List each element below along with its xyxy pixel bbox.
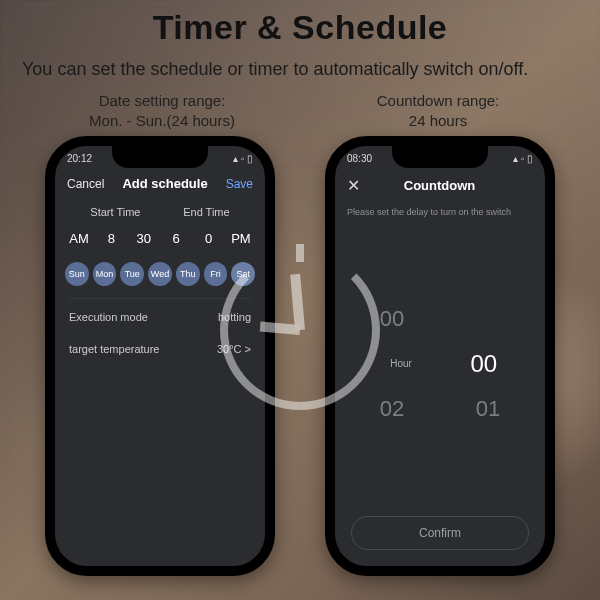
picker-start-hour[interactable]: 8 <box>101 231 121 246</box>
confirm-button[interactable]: Confirm <box>351 516 529 550</box>
exec-mode-label: Execution mode <box>69 311 148 323</box>
hour-unit: Hour <box>390 358 412 369</box>
status-icons: ▴ ◦ ▯ <box>233 153 253 164</box>
day-mon[interactable]: Mon <box>93 262 117 286</box>
caption-right-l2: 24 hours <box>311 111 565 131</box>
phone-captions: Date setting range: Mon. - Sun.(24 hours… <box>0 91 600 136</box>
picker-pm[interactable]: PM <box>231 231 251 246</box>
caption-left: Date setting range: Mon. - Sun.(24 hours… <box>35 91 289 130</box>
close-icon[interactable]: ✕ <box>347 176 360 195</box>
cd-min[interactable]: 00 <box>460 350 508 378</box>
day-wed[interactable]: Wed <box>148 262 172 286</box>
screen-title: Countdown <box>404 178 475 193</box>
save-button[interactable]: Save <box>226 177 253 191</box>
countdown-hint: Please set the delay to turn on the swit… <box>335 203 545 223</box>
start-time-label: Start Time <box>90 206 140 218</box>
end-time-label: End Time <box>183 206 229 218</box>
picker-am[interactable]: AM <box>69 231 89 246</box>
divider <box>69 298 251 299</box>
cd-hour[interactable]: 01 <box>325 350 340 378</box>
day-selector: Sun Mon Tue Wed Thu Fri Sat <box>55 252 265 296</box>
phone-countdown: 08:30 ▴ ◦ ▯ ✕ Countdown Please set the d… <box>325 136 555 576</box>
status-time: 08:30 <box>347 153 372 164</box>
caption-left-l1: Date setting range: <box>35 91 289 111</box>
picker-end-hour[interactable]: 6 <box>166 231 186 246</box>
day-fri[interactable]: Fri <box>204 262 228 286</box>
caption-right: Countdown range: 24 hours <box>311 91 565 130</box>
phone-schedule: 20:12 ▴ ◦ ▯ Cancel Add schedule Save Sta… <box>45 136 275 576</box>
exec-mode-value[interactable]: hotting <box>218 311 251 323</box>
cd-min-next: 01 <box>464 396 512 422</box>
page-subtitle: You can set the schedule or timer to aut… <box>0 51 600 91</box>
time-picker[interactable]: AM 8 30 6 0 PM <box>55 225 265 252</box>
screen-title: Add schedule <box>122 176 207 191</box>
status-icons: ▴ ◦ ▯ <box>513 153 533 164</box>
phone-notch <box>112 146 208 168</box>
picker-start-min[interactable]: 30 <box>134 231 154 246</box>
caption-right-l1: Countdown range: <box>311 91 565 111</box>
day-sat[interactable]: Sat <box>231 262 255 286</box>
phone-notch <box>392 146 488 168</box>
cd-hour-next: 02 <box>368 396 416 422</box>
target-temp-value[interactable]: 30°C > <box>217 343 251 355</box>
countdown-picker[interactable]: 00 01 Hour 00 Minute 02 01 <box>335 223 545 504</box>
target-temp-label: target temperature <box>69 343 160 355</box>
status-time: 20:12 <box>67 153 92 164</box>
day-sun[interactable]: Sun <box>65 262 89 286</box>
picker-end-min[interactable]: 0 <box>199 231 219 246</box>
cd-hour-prev: 00 <box>368 306 416 332</box>
caption-left-l2: Mon. - Sun.(24 hours) <box>35 111 289 131</box>
page-title: Timer & Schedule <box>0 0 600 51</box>
cancel-button[interactable]: Cancel <box>67 177 104 191</box>
day-tue[interactable]: Tue <box>120 262 144 286</box>
day-thu[interactable]: Thu <box>176 262 200 286</box>
